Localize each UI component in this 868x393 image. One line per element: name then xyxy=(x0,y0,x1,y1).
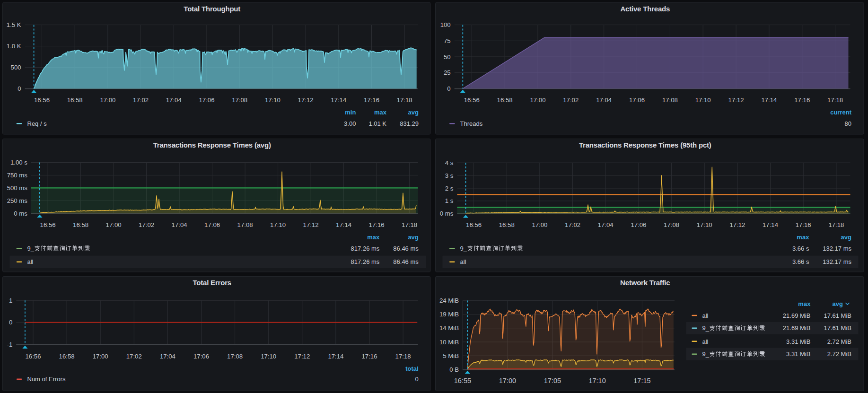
svg-text:80: 80 xyxy=(845,120,851,127)
svg-text:9_: 9_ xyxy=(702,350,710,358)
svg-text:17:14: 17:14 xyxy=(336,221,351,228)
svg-text:817.26 ms: 817.26 ms xyxy=(351,245,380,252)
svg-text:0: 0 xyxy=(9,319,12,326)
svg-text:17:04: 17:04 xyxy=(160,353,175,360)
svg-text:17:06: 17:06 xyxy=(193,353,209,360)
svg-text:17:02: 17:02 xyxy=(126,353,142,360)
svg-text:1.5 K: 1.5 K xyxy=(7,21,21,28)
svg-text:avg: avg xyxy=(408,109,419,116)
svg-text:16:56: 16:56 xyxy=(34,96,50,104)
svg-text:17:00: 17:00 xyxy=(106,221,122,228)
svg-text:Transactions Response Times (a: Transactions Response Times (avg) xyxy=(153,141,271,149)
svg-text:750 ms: 750 ms xyxy=(7,172,28,179)
svg-text:17:12: 17:12 xyxy=(298,96,314,104)
svg-text:Threads: Threads xyxy=(460,120,483,127)
svg-text:17:08: 17:08 xyxy=(664,221,679,228)
svg-text:16:55: 16:55 xyxy=(454,377,471,384)
svg-text:17:04: 17:04 xyxy=(596,96,612,104)
svg-text:16:58: 16:58 xyxy=(73,221,88,228)
svg-text:Num of Errors: Num of Errors xyxy=(27,376,66,383)
svg-text:17:16: 17:16 xyxy=(369,221,385,228)
svg-text:17:12: 17:12 xyxy=(729,221,745,228)
svg-text:1.01 K: 1.01 K xyxy=(368,120,386,127)
svg-text:4 s: 4 s xyxy=(445,159,454,166)
svg-text:17:10: 17:10 xyxy=(695,96,711,104)
svg-text:0 ms: 0 ms xyxy=(14,210,27,217)
svg-text:1.00 s: 1.00 s xyxy=(10,159,27,166)
svg-text:19 MiB: 19 MiB xyxy=(439,311,459,318)
svg-text:17:08: 17:08 xyxy=(662,96,678,104)
svg-text:3 s: 3 s xyxy=(445,172,454,179)
svg-text:all: all xyxy=(702,338,709,345)
svg-text:17:02: 17:02 xyxy=(565,221,580,228)
svg-text:75: 75 xyxy=(444,37,451,44)
svg-text:17:00: 17:00 xyxy=(530,96,545,104)
svg-text:17:18: 17:18 xyxy=(828,221,844,228)
svg-text:Total Throughput: Total Throughput xyxy=(184,5,240,13)
svg-text:17:00: 17:00 xyxy=(93,353,108,360)
svg-text:max: max xyxy=(374,109,387,116)
svg-text:17:14: 17:14 xyxy=(761,96,777,104)
svg-text:100: 100 xyxy=(440,21,451,28)
svg-text:16:58: 16:58 xyxy=(59,353,75,360)
svg-text:17:16: 17:16 xyxy=(794,96,810,104)
svg-text:3.00: 3.00 xyxy=(344,120,356,127)
svg-text:17:08: 17:08 xyxy=(227,353,243,360)
svg-text:max: max xyxy=(798,300,811,307)
svg-text:17:18: 17:18 xyxy=(395,353,411,360)
svg-text:17:02: 17:02 xyxy=(139,221,154,228)
svg-text:0: 0 xyxy=(447,85,450,92)
svg-text:9_: 9_ xyxy=(27,245,35,252)
svg-text:17:12: 17:12 xyxy=(294,353,310,360)
svg-text:17:04: 17:04 xyxy=(598,221,614,228)
svg-text:17:02: 17:02 xyxy=(133,96,149,104)
svg-text:250 ms: 250 ms xyxy=(7,197,28,204)
svg-text:21.69 MiB: 21.69 MiB xyxy=(783,312,811,319)
svg-text:avg: avg xyxy=(408,234,418,241)
svg-text:3.31 MiB: 3.31 MiB xyxy=(786,350,810,358)
svg-text:current: current xyxy=(830,109,851,116)
svg-text:max: max xyxy=(797,234,809,241)
svg-text:17:02: 17:02 xyxy=(563,96,579,104)
svg-text:0: 0 xyxy=(415,376,418,383)
svg-text:avg: avg xyxy=(841,234,851,241)
svg-text:2.72 MiB: 2.72 MiB xyxy=(827,338,851,345)
svg-text:17.61 MiB: 17.61 MiB xyxy=(824,312,851,319)
svg-text:17:10: 17:10 xyxy=(265,96,281,104)
svg-text:5 MiB: 5 MiB xyxy=(443,352,459,359)
svg-text:17:18: 17:18 xyxy=(827,96,843,104)
svg-text:817.26 ms: 817.26 ms xyxy=(351,258,380,265)
svg-text:0 B: 0 B xyxy=(449,366,459,373)
svg-text:17:10: 17:10 xyxy=(697,221,712,228)
svg-text:17:00: 17:00 xyxy=(532,221,547,228)
svg-text:17.61 MiB: 17.61 MiB xyxy=(824,324,851,332)
svg-text:25: 25 xyxy=(444,69,451,76)
svg-text:17:15: 17:15 xyxy=(633,377,650,384)
svg-text:3.31 MiB: 3.31 MiB xyxy=(786,338,810,345)
svg-text:17:14: 17:14 xyxy=(331,96,346,104)
svg-text:all: all xyxy=(702,312,709,319)
svg-text:17:12: 17:12 xyxy=(303,221,319,228)
svg-text:17:00: 17:00 xyxy=(100,96,115,104)
svg-text:1.0 K: 1.0 K xyxy=(7,43,21,50)
svg-text:17:18: 17:18 xyxy=(397,96,412,104)
svg-text:17:06: 17:06 xyxy=(631,221,646,228)
svg-text:17:18: 17:18 xyxy=(402,221,417,228)
svg-text:132.17 ms: 132.17 ms xyxy=(823,245,851,252)
svg-text:9_: 9_ xyxy=(702,324,710,332)
svg-text:831.29: 831.29 xyxy=(400,120,419,127)
svg-text:0: 0 xyxy=(18,85,21,92)
svg-text:17:00: 17:00 xyxy=(499,377,516,384)
svg-text:Active Threads: Active Threads xyxy=(620,5,670,13)
svg-text:17:12: 17:12 xyxy=(728,96,744,104)
svg-text:17:04: 17:04 xyxy=(166,96,182,104)
svg-text:132.17 ms: 132.17 ms xyxy=(823,258,851,265)
svg-text:Total Errors: Total Errors xyxy=(193,279,231,287)
svg-text:16:58: 16:58 xyxy=(499,221,515,228)
svg-text:16:56: 16:56 xyxy=(25,353,41,360)
svg-text:17:06: 17:06 xyxy=(199,96,214,104)
svg-text:50: 50 xyxy=(444,53,451,61)
svg-text:17:16: 17:16 xyxy=(364,96,379,104)
svg-text:500 ms: 500 ms xyxy=(7,184,28,192)
svg-text:3.66 s: 3.66 s xyxy=(792,258,809,265)
